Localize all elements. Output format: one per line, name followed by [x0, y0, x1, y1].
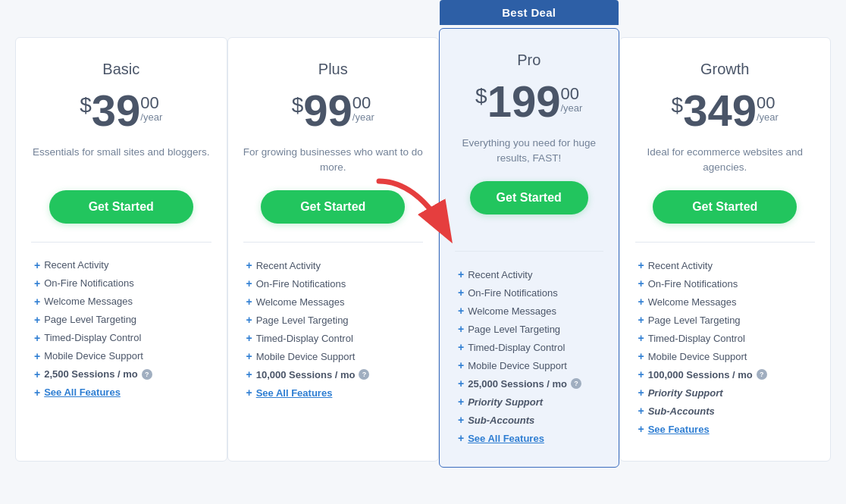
- list-item: + On-Fire Notifications: [246, 274, 421, 293]
- plan-plus-dollar: $: [292, 93, 304, 117]
- help-icon[interactable]: ?: [757, 369, 767, 380]
- plan-growth-price: $ 349 00 /year: [672, 89, 779, 133]
- list-item-sessions: + 25,000 Sessions / mo ?: [458, 374, 600, 393]
- plan-pro-wrapper: Best Deal Pro $ 199 00 /year Everything …: [439, 37, 619, 468]
- list-item: + Mobile Device Support: [246, 347, 421, 365]
- best-deal-badge: Best Deal: [440, 0, 619, 25]
- plan-basic-dollar: $: [80, 93, 92, 117]
- list-item-sessions: + 2,500 Sessions / mo ?: [34, 365, 208, 383]
- see-all-features-link[interactable]: See All Features: [468, 433, 544, 444]
- list-item: + Recent Activity: [638, 256, 813, 274]
- plan-basic-features: + Recent Activity + On-Fire Notification…: [31, 256, 212, 402]
- plan-pro-description: Everything you need for huge results, FA…: [455, 136, 603, 167]
- plan-pro-period: /year: [560, 102, 582, 115]
- list-item: + Page Level Targeting: [458, 320, 600, 338]
- list-item: + Timed-Display Control: [246, 329, 421, 347]
- plan-basic-divider: [31, 242, 212, 243]
- plan-basic-description: Essentials for small sites and bloggers.: [33, 145, 209, 175]
- plan-pro-name: Pro: [517, 52, 540, 69]
- list-item-sessions: + 100,000 Sessions / mo ?: [638, 365, 813, 383]
- help-icon[interactable]: ?: [571, 378, 581, 389]
- list-item: + Mobile Device Support: [34, 347, 208, 365]
- list-item: + Welcome Messages: [638, 293, 813, 311]
- plan-pro-features: + Recent Activity + On-Fire Notification…: [455, 265, 603, 447]
- list-item: + On-Fire Notifications: [458, 283, 600, 302]
- plan-basic-name: Basic: [102, 61, 139, 78]
- list-item: + Recent Activity: [458, 265, 600, 283]
- plan-plus-features: + Recent Activity + On-Fire Notification…: [243, 256, 424, 402]
- list-item: + Recent Activity: [246, 256, 421, 274]
- plan-plus-cents: 00: [352, 95, 371, 111]
- list-item: + Welcome Messages: [246, 293, 421, 311]
- list-item: + Recent Activity: [34, 256, 208, 274]
- plan-basic-cents: 00: [140, 95, 158, 111]
- plan-growth-cents: 00: [757, 95, 775, 111]
- plan-basic-period: /year: [140, 111, 162, 124]
- list-item: + Page Level Targeting: [34, 311, 208, 329]
- list-item: + Timed-Display Control: [34, 329, 208, 347]
- list-item: + Timed-Display Control: [638, 329, 813, 347]
- plan-pro-divider: [455, 251, 603, 252]
- list-item-see-all[interactable]: + See All Features: [34, 383, 208, 402]
- plan-plus-price: $ 99 00 /year: [292, 89, 374, 133]
- plan-basic-cta[interactable]: Get Started: [49, 190, 193, 224]
- plan-basic-amount: 39: [92, 89, 141, 133]
- list-item-subaccounts: + Sub-Accounts: [458, 411, 600, 429]
- list-item: + On-Fire Notifications: [638, 274, 813, 293]
- plan-plus-period: /year: [352, 111, 374, 124]
- list-item: + Timed-Display Control: [458, 338, 600, 356]
- list-item: + On-Fire Notifications: [34, 274, 208, 293]
- see-all-features-link[interactable]: See All Features: [256, 387, 333, 399]
- help-icon[interactable]: ?: [359, 369, 369, 380]
- list-item-priority: + Priority Support: [458, 393, 600, 411]
- list-item-subaccounts: + Sub-Accounts: [638, 402, 813, 420]
- plan-pro-dollar: $: [475, 84, 487, 108]
- list-item-see-all[interactable]: + See All Features: [246, 383, 421, 402]
- plan-basic-price: $ 39 00 /year: [80, 89, 162, 133]
- plan-growth-amount: 349: [683, 89, 757, 133]
- plan-plus: Plus $ 99 00 /year For growing businesse…: [227, 37, 440, 462]
- list-item: + Mobile Device Support: [638, 347, 813, 365]
- plan-plus-cta[interactable]: Get Started: [261, 190, 405, 224]
- plan-plus-divider: [243, 242, 424, 243]
- plan-growth-name: Growth: [700, 61, 749, 78]
- list-item: + Welcome Messages: [34, 293, 208, 311]
- plan-growth-description: Ideal for ecommerce websites and agencie…: [635, 145, 816, 176]
- list-item-see-all[interactable]: + See All Features: [458, 429, 600, 447]
- list-item-priority: + Priority Support: [638, 383, 813, 402]
- plan-growth-features: + Recent Activity + On-Fire Notification…: [635, 256, 816, 438]
- plan-plus-description: For growing businesses who want to do mo…: [243, 145, 424, 176]
- plan-basic: Basic $ 39 00 /year Essentials for small…: [15, 37, 227, 462]
- plan-pro-amount: 199: [487, 80, 561, 124]
- plan-plus-amount: 99: [303, 89, 352, 133]
- plan-pro: Best Deal Pro $ 199 00 /year Everything …: [439, 28, 619, 468]
- list-item: + Page Level Targeting: [246, 311, 421, 329]
- plan-pro-cents: 00: [560, 86, 578, 102]
- plan-growth-period: /year: [757, 111, 779, 124]
- see-all-features-link[interactable]: See All Features: [44, 387, 121, 398]
- plan-growth-divider: [635, 242, 816, 243]
- plan-growth-cta[interactable]: Get Started: [653, 190, 797, 224]
- list-item: + Welcome Messages: [458, 302, 600, 320]
- plan-pro-price: $ 199 00 /year: [475, 80, 582, 124]
- plan-plus-name: Plus: [318, 61, 348, 78]
- plan-growth: Growth $ 349 00 /year Ideal for ecommerc…: [619, 37, 832, 462]
- list-item-see-all[interactable]: + See Features: [638, 420, 813, 438]
- help-icon[interactable]: ?: [142, 369, 152, 380]
- plan-growth-dollar: $: [672, 93, 684, 117]
- list-item: + Page Level Targeting: [638, 311, 813, 329]
- see-features-link[interactable]: See Features: [648, 424, 710, 435]
- list-item-sessions: + 10,000 Sessions / mo ?: [246, 365, 421, 383]
- pricing-table: Basic $ 39 00 /year Essentials for small…: [15, 37, 831, 468]
- plan-pro-cta[interactable]: Get Started: [470, 181, 588, 214]
- list-item: + Mobile Device Support: [458, 356, 600, 374]
